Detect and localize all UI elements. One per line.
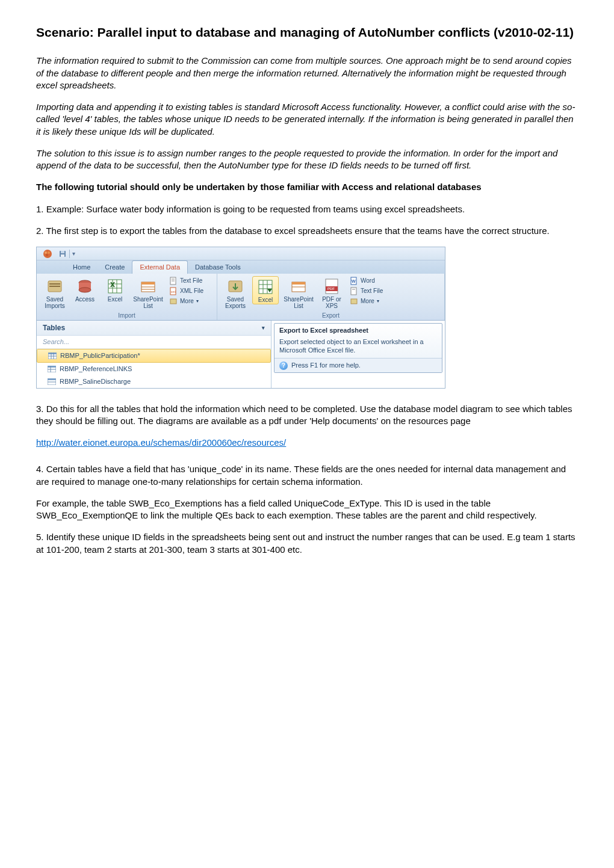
table-name: RBMP_SalineDischarge [60,377,131,386]
table-icon [48,366,56,372]
text-file-export-icon [350,287,358,295]
import-excel-label: Excel [108,297,122,303]
saved-exports-button[interactable]: Saved Exports [222,276,249,309]
export-text-file-label: Text File [361,287,383,295]
step-5: 5. Identify these unique ID fields in th… [36,531,578,556]
svg-point-1 [45,251,47,254]
ribbon-group-import: Saved Imports Access Excel [37,274,217,320]
chevron-down-icon: ▾ [262,324,265,331]
ribbon-tabs: Home Create External Data Database Tools [37,260,445,274]
export-pdf-button[interactable]: PDF PDF or XPS [318,276,345,309]
chevron-down-icon: ▾ [196,298,199,305]
help-icon: ? [279,362,288,370]
word-icon: W [350,277,358,285]
office-logo-icon [43,249,52,259]
import-xml-file-label: XML File [180,287,203,295]
pdf-icon: PDF [323,277,341,295]
more-export-icon [350,297,358,306]
import-access-button[interactable]: Access [72,276,98,303]
svg-rect-19 [141,282,155,285]
export-excel-label: Excel [258,297,273,304]
export-group-title: Export [217,312,444,320]
svg-rect-13 [108,280,122,293]
tooltip-title: Export to Excel spreadsheet [274,324,442,337]
saved-exports-icon [226,277,244,295]
intro-para-1: The information required to submit to th… [36,55,578,91]
import-text-file-label: Text File [180,277,202,285]
import-excel-button[interactable]: Excel [102,276,128,303]
export-text-file-button[interactable]: Text File [349,286,384,296]
import-access-label: Access [75,297,95,303]
ribbon-body: Saved Imports Access Excel [37,274,445,321]
tables-search-input[interactable]: Search... [37,336,271,349]
svg-rect-51 [48,366,56,368]
table-name: RBMP_ReferenceLINKS [60,365,132,374]
sharepoint-export-icon [290,277,308,295]
svg-rect-42 [351,288,356,295]
import-text-file-button[interactable]: Text File [168,276,205,286]
quick-access-bar: ▾ [37,247,445,260]
step-1: 1. Example: Surface water body informati… [36,203,578,215]
export-more-button[interactable]: More ▾ [349,297,384,306]
sharepoint-import-icon [139,277,157,295]
import-more-label: More [180,297,194,306]
table-name: RBMP_PublicParticipation* [60,351,140,360]
tables-pane-header[interactable]: Tables ▾ [37,321,271,336]
import-sharepoint-label: SharePoint List [132,297,164,309]
tables-pane-title: Tables [43,323,65,333]
tooltip: Export to Excel spreadsheet Export selec… [274,323,442,373]
tab-external-data[interactable]: External Data [132,260,188,274]
xml-file-icon: xml [169,287,178,295]
table-row[interactable]: RBMP_PublicParticipation* [37,349,271,363]
page-title: Scenario: Parallel input to database and… [36,24,578,40]
svg-rect-9 [49,286,60,287]
tables-pane: Tables ▾ Search... RBMP_PublicParticipat… [37,321,445,388]
table-icon [48,378,56,385]
svg-rect-6 [61,254,64,257]
import-more-button[interactable]: More ▾ [168,297,205,306]
svg-text:W: W [352,279,356,283]
separator [69,250,70,258]
table-row[interactable]: RBMP_SalineDischarge [37,375,271,388]
more-icon [169,297,178,306]
tab-database-tools[interactable]: Database Tools [188,261,248,274]
warning-paragraph: The following tutorial should only be un… [36,181,578,193]
access-screenshot: ▾ Home Create External Data Database Too… [36,247,445,389]
export-word-label: Word [361,277,375,285]
intro-para-2: Importing data and appending it to exist… [36,101,578,138]
save-icon[interactable] [58,250,67,258]
tooltip-help-text: Press F1 for more help. [291,361,361,370]
svg-rect-44 [351,299,357,304]
text-file-icon [169,277,178,285]
tab-create[interactable]: Create [98,261,132,274]
import-group-title: Import [37,312,217,320]
saved-imports-button[interactable]: Saved Imports [42,276,68,309]
resources-link[interactable]: http://water.eionet.europa.eu/schemas/di… [36,437,286,448]
svg-text:xml: xml [171,290,176,294]
svg-text:PDF: PDF [327,287,335,291]
export-word-button[interactable]: W Word [349,276,384,286]
step-4-a: 4. Certain tables have a field that has … [36,463,578,488]
ribbon-group-export: Saved Exports Excel SharePoint List [217,274,445,320]
svg-rect-27 [170,299,176,304]
step-4-b: For example, the table SWB_Eco_Exemption… [36,497,578,522]
tab-home[interactable]: Home [66,261,98,274]
table-icon [48,352,57,359]
table-row[interactable]: RBMP_ReferenceLINKS [37,363,271,375]
export-excel-button[interactable]: Excel [252,276,279,304]
import-xml-file-button[interactable]: xml XML File [168,286,205,296]
intro-para-3: The solution to this issue is to assign … [36,147,578,172]
svg-rect-5 [61,251,64,253]
export-sharepoint-label: SharePoint List [282,297,315,309]
tooltip-help: ? Press F1 for more help. [274,358,442,372]
svg-rect-55 [48,378,56,380]
svg-point-2 [48,251,50,254]
export-sharepoint-button[interactable]: SharePoint List [282,276,315,309]
chevron-down-icon: ▾ [377,298,379,305]
step-2: 2. The first step is to export the table… [36,225,578,237]
office-button[interactable] [39,248,56,260]
saved-exports-label: Saved Exports [222,297,249,309]
saved-imports-label: Saved Imports [42,297,68,309]
qa-dropdown-icon[interactable]: ▾ [72,250,75,258]
import-sharepoint-button[interactable]: SharePoint List [132,276,164,309]
